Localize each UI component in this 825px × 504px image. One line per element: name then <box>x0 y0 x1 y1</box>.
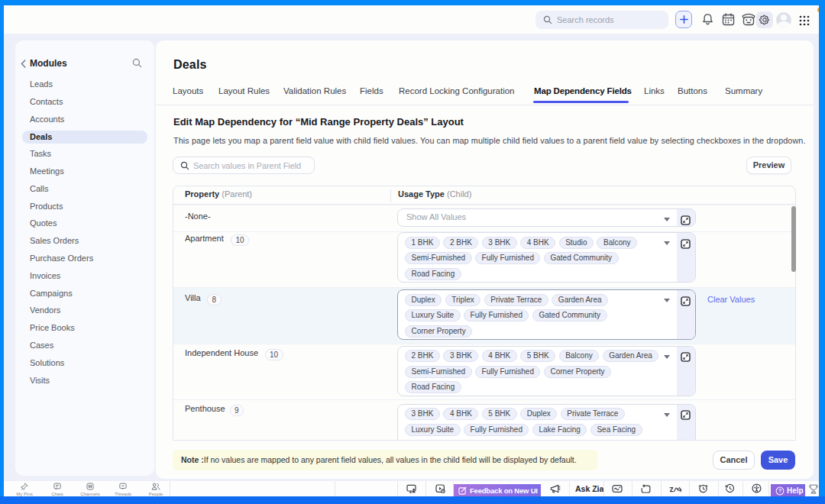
svg-text:?: ? <box>778 488 781 493</box>
